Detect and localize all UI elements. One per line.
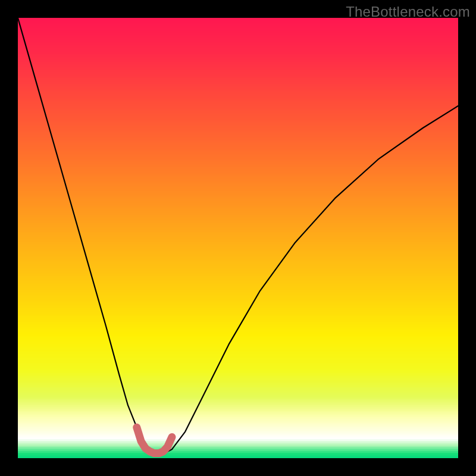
watermark-text: TheBottleneck.com: [346, 4, 470, 20]
main-curve: [18, 18, 458, 453]
accent-curve: [137, 427, 172, 453]
outer-frame: TheBottleneck.com: [0, 0, 476, 476]
curve-layer: [18, 18, 458, 458]
plot-area: [18, 18, 458, 458]
